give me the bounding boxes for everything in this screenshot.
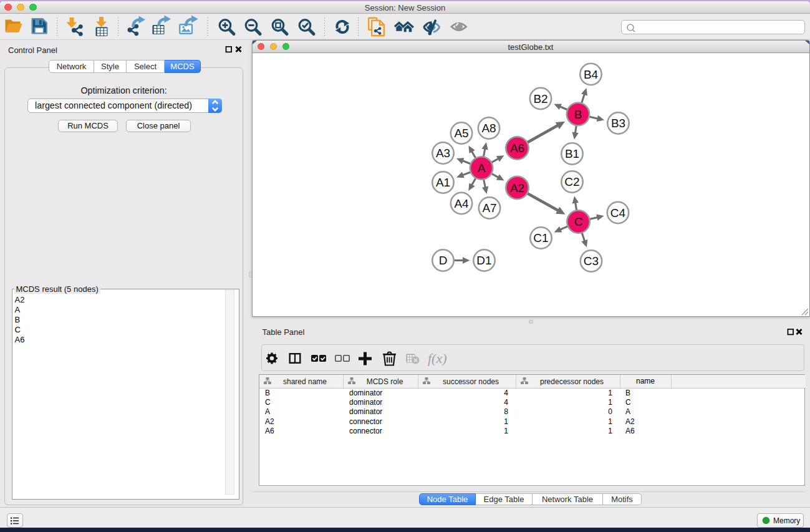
svg-text:C1: C1 [533, 231, 548, 244]
svg-text:C3: C3 [583, 254, 598, 268]
svg-text:A8: A8 [481, 122, 496, 135]
svg-text:B4: B4 [583, 68, 598, 81]
svg-text:A2: A2 [509, 181, 524, 195]
svg-text:D1: D1 [476, 254, 491, 267]
svg-text:B3: B3 [610, 117, 625, 130]
svg-text:successor nodes: successor nodes [442, 377, 498, 385]
svg-text:C2: C2 [564, 175, 579, 188]
svg-text:C: C [574, 215, 582, 228]
svg-text:A1: A1 [435, 176, 450, 189]
svg-text:A5: A5 [454, 127, 468, 140]
svg-text:shared name: shared name [283, 377, 327, 385]
svg-text:D: D [438, 254, 447, 267]
svg-text:C4: C4 [610, 206, 625, 220]
svg-text:A: A [477, 162, 485, 175]
svg-text:A7: A7 [482, 201, 496, 215]
svg-text:B1: B1 [564, 147, 579, 160]
svg-text:MCDS role: MCDS role [366, 377, 403, 385]
svg-text:B2: B2 [533, 92, 547, 105]
svg-text:B: B [574, 108, 582, 121]
svg-text:predecessor nodes: predecessor nodes [539, 377, 603, 385]
svg-text:f(x): f(x) [428, 351, 447, 366]
svg-text:A4: A4 [454, 197, 469, 210]
svg-text:A6: A6 [509, 142, 524, 155]
svg-text:A3: A3 [435, 147, 450, 160]
